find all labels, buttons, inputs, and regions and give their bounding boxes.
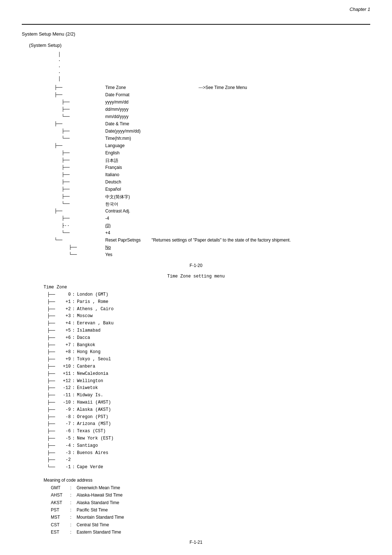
tz-row: ├── -9:Alaska (AKST) <box>47 406 370 414</box>
tz-row: ├── -11:Midway Is. <box>47 392 370 399</box>
tree-row-lang-jp: ├── 日本語 <box>62 158 370 165</box>
tree-row-dateformat: ├── Date Format <box>54 92 370 100</box>
tz-row: ├── -5:New York (EST) <box>47 435 370 442</box>
tz-row: ├── -7:Arizona (MST) <box>47 421 370 428</box>
tz-row: ├── +5:Islamabad <box>47 327 370 335</box>
tree-row-datetime-2: └── Time(hh:mm) <box>62 136 370 143</box>
meaning-table: GMT : Greenwich Mean Time AHST : Alaska-… <box>51 484 370 536</box>
meaning-row: CST : Central Std Time <box>51 521 370 528</box>
meaning-title: Meaning of code address <box>44 478 370 483</box>
figure2-label: F-1-21 <box>22 540 370 545</box>
tz-row: ├── +11:NewCaledonia <box>47 370 370 378</box>
top-divider <box>22 24 370 25</box>
meaning-section: Meaning of code address GMT : Greenwich … <box>44 478 370 536</box>
reset-note: "Returnes settings of "Paper details" to… <box>151 238 291 243</box>
tree-row-reset: └── Reset PaprSetngs "Returnes settings … <box>54 238 370 245</box>
main-tree: ├── Time Zone --->See Time Zone Menu ├──… <box>54 85 370 259</box>
meaning-row: GMT : Greenwich Mean Time <box>51 484 370 491</box>
tree-row-lang-fr: ├── Français <box>62 165 370 172</box>
tree-row-language: ├── Language <box>54 143 370 150</box>
continuation-dots-2: · <box>58 58 370 64</box>
tz-row: ├── -4:Santiago <box>47 442 370 450</box>
tz-row: ├── -12:Eniwetok <box>47 385 370 392</box>
section-title: System Setup Menu (2/2) <box>22 31 370 37</box>
tz-row: ├── -10:Hawaii (AHST) <box>47 399 370 406</box>
tz-row: ├── +3:Moscow <box>47 313 370 320</box>
tz-row: ├── +6:Dacca <box>47 335 370 342</box>
tz-row: ├── -3:Buenos Aires <box>47 450 370 457</box>
menu-title: Time Zone setting menu <box>22 274 370 279</box>
figure1-label: F-1-20 <box>22 263 370 268</box>
tz-row: ├── 0:London (GMT) <box>47 291 370 299</box>
tree-row-dateformat-2: ├── dd/mm/yyyy <box>62 107 370 114</box>
subsection-title: (System Setup) <box>29 42 370 48</box>
tree-row-reset-yes: └── Yes <box>69 252 370 259</box>
tree-row-dateformat-1: ├── yyyy/mm/dd <box>62 100 370 107</box>
tz-row: ├── -6:Texas (CST) <box>47 428 370 435</box>
continuation-dots-4: · <box>58 70 370 76</box>
tree-row-lang-en: ├── English <box>62 150 370 158</box>
meaning-row: PST : Pacific Std Time <box>51 506 370 514</box>
timezone-section: Time Zone ├── 0:London (GMT)├── +1:Paris… <box>44 285 370 471</box>
chapter-label: Chapter 1 <box>350 7 370 12</box>
tz-row: ├── +9:Tokyo , Seoul <box>47 356 370 363</box>
tz-row: ├── +2:Athens , Cairo <box>47 306 370 313</box>
tz-row: ├── +10:Canbera <box>47 363 370 370</box>
meaning-row: MST : Mountain Standard Time <box>51 514 370 521</box>
tz-row: ├── -8:Oregon (PST) <box>47 414 370 421</box>
tz-row: ├── +4:Eerevan , Baku <box>47 320 370 327</box>
tz-row: ├── +1:Paris , Rome <box>47 299 370 306</box>
tree-row-datetime-1: ├── Date(yyyy/mm/dd) <box>62 129 370 136</box>
tree-row-contrast-default: ├·· (0) <box>62 223 370 230</box>
tree-row-timezone: ├── Time Zone --->See Time Zone Menu <box>54 85 370 92</box>
tree-row-lang-es: ├── Español <box>62 187 370 194</box>
continuation-dots-3: · <box>58 64 370 70</box>
continuation-dots-1: │ <box>58 52 370 58</box>
tree-row-lang-zh: ├── 中文(简体字) <box>62 194 370 201</box>
meaning-row: EST : Eastern Standard Time <box>51 528 370 536</box>
tz-tree: ├── 0:London (GMT)├── +1:Paris , Rome├──… <box>47 291 370 471</box>
tree-row-lang-it: ├── Italiano <box>62 172 370 179</box>
tree-row-dateformat-3: └── mm/dd/yyyy <box>62 114 370 121</box>
meaning-row: AKST : Alaska Standard Time <box>51 499 370 506</box>
continuation-dots-5: │ <box>58 76 370 82</box>
tree-row-datetime: ├── Date & Time <box>54 121 370 129</box>
tz-row: └── -1:Cape Verde <box>47 464 370 471</box>
tree-row-contrast-3: └── +4 <box>62 230 370 238</box>
tree-row-lang-de: ├── Deutsch <box>62 179 370 187</box>
tz-row: ├── +12:Wellington <box>47 378 370 385</box>
tree-row-reset-no: ├── No <box>69 245 370 252</box>
meaning-row: AHST : Alaska-Hawaii Std Time <box>51 491 370 499</box>
tree-row-lang-ko: └── 한국어 <box>62 201 370 208</box>
tree-row-contrast-1: ├── -4 <box>62 216 370 223</box>
tz-row: ├── +8:Hong Kong <box>47 349 370 356</box>
tz-section-label: Time Zone <box>44 285 370 290</box>
tree-row-contrast: ├── Contrast Adj. <box>54 208 370 216</box>
tz-row: ├── +7:Bangkok <box>47 342 370 349</box>
tz-row: ├── -2 <box>47 457 370 464</box>
